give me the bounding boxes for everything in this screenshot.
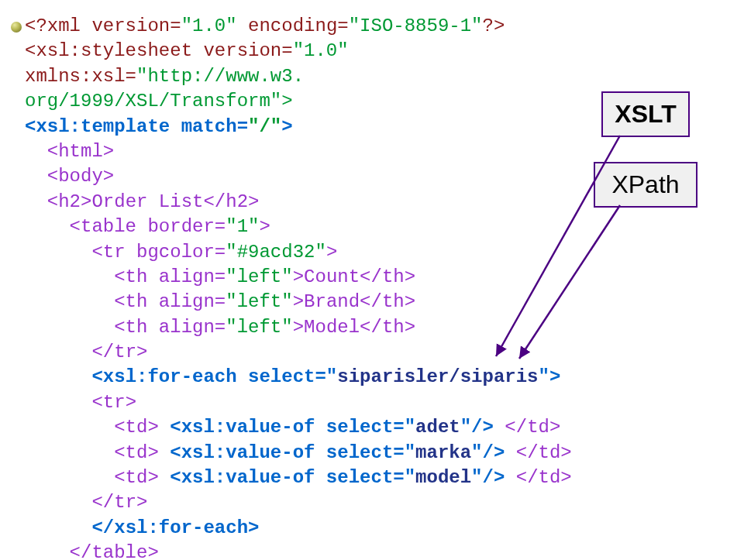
code-line: </table>	[25, 542, 159, 560]
code-line: <th align="left">Model</th>	[25, 317, 415, 338]
code-line: <tr>	[25, 392, 136, 413]
code-line: </tr>	[25, 342, 147, 362]
code-line: <th align="left">Count</th>	[25, 266, 415, 287]
xpath-label-text: XPath	[611, 170, 679, 198]
code-line: </xsl:for-each>	[25, 517, 259, 538]
code-line: <tr bgcolor="#9acd32">	[25, 242, 337, 263]
code-line: <td> <xsl:value-of select="model"/> </td…	[25, 467, 572, 488]
code-line: <xsl:for-each select="siparisler/siparis…	[25, 366, 560, 387]
code-line: <h2>Order List</h2>	[25, 191, 259, 212]
code-line: <td> <xsl:value-of select="marka"/> </td…	[25, 442, 572, 463]
code-line: <?xml version="1.0" encoding="ISO-8859-1…	[25, 15, 505, 36]
code-line: <table border="1">	[25, 216, 270, 237]
code-line: <html>	[25, 141, 114, 162]
xslt-label-box: XSLT	[601, 91, 690, 137]
code-line: <xsl:stylesheet version="1.0"	[25, 40, 349, 61]
xslt-label-text: XSLT	[615, 100, 676, 128]
code-line: </tr>	[25, 492, 147, 513]
code-line: <body>	[25, 166, 114, 187]
code-line: <td> <xsl:value-of select="adet"/> </td>	[25, 417, 560, 438]
code-line: xmlns:xsl="http://www.w3.	[25, 66, 304, 87]
code-line: <th align="left">Brand</th>	[25, 291, 415, 312]
code-block: <?xml version="1.0" encoding="ISO-8859-1…	[0, 0, 744, 560]
code-line: <xsl:template match="/">	[25, 116, 293, 137]
xpath-label-box: XPath	[594, 162, 698, 208]
code-line: org/1999/XSL/Transform">	[25, 91, 293, 112]
